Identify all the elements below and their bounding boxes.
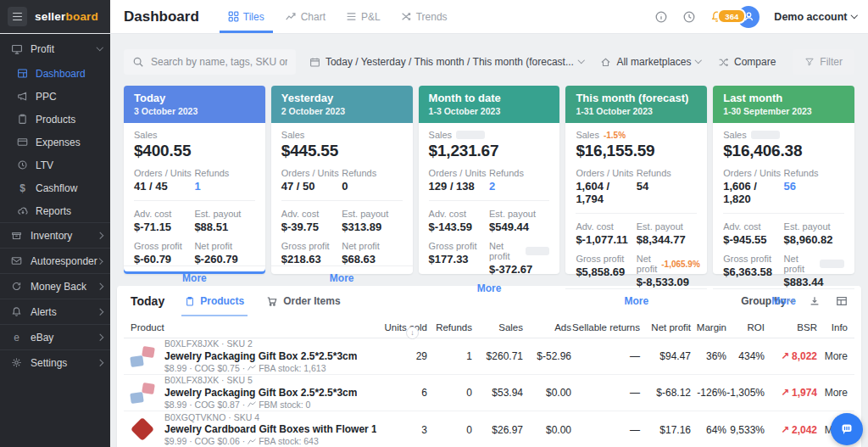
col-bsr[interactable]: BSR: [765, 322, 817, 332]
row-more-link[interactable]: More: [817, 350, 848, 362]
more-link[interactable]: More: [713, 288, 854, 314]
compare-icon: [718, 57, 729, 68]
more-link[interactable]: More: [124, 265, 265, 291]
more-link[interactable]: More: [271, 265, 413, 291]
sparkline-icon: [248, 365, 256, 372]
trend-up-icon: ↗: [781, 424, 789, 436]
bell-icon: [10, 306, 23, 317]
chart-line-icon: [285, 11, 297, 22]
sidebar-item-cashflow[interactable]: $ Cashflow: [0, 176, 110, 199]
col-refunds[interactable]: Refunds: [427, 322, 472, 332]
col-sales[interactable]: Sales: [472, 322, 523, 332]
col-product[interactable]: Product: [131, 322, 376, 332]
compare-button[interactable]: Compare: [718, 56, 776, 68]
card-yesterday[interactable]: Yesterday 2 October 2023 Sales$445.55 Or…: [271, 86, 413, 274]
ebay-icon: e: [10, 332, 23, 344]
chat-widget-button[interactable]: [831, 413, 863, 445]
card-header: Last month 1-30 September 2023: [713, 86, 854, 123]
filter-button[interactable]: Filter: [793, 49, 854, 75]
col-ads[interactable]: Ads: [523, 322, 571, 332]
tab-chart[interactable]: Chart: [276, 0, 334, 33]
tab-trends[interactable]: Trends: [392, 0, 456, 33]
sidebar-item-autoresponder[interactable]: Autoresponder: [0, 248, 110, 273]
sidebar-item-ebay[interactable]: e eBay: [0, 324, 110, 349]
brand-bar: sellerboard: [0, 0, 110, 33]
home-icon: [600, 57, 611, 68]
page-title: Dashboard: [124, 8, 199, 25]
table-row[interactable]: B0XLFX8JXK · SKU 5 Jewelry Packaging Gif…: [124, 375, 854, 411]
sellerboard-logo[interactable]: sellerboard: [35, 10, 98, 23]
calendar-icon: [309, 57, 320, 68]
account-menu[interactable]: Demo account: [774, 11, 856, 23]
sidebar-item-profit[interactable]: Profit: [0, 36, 110, 62]
col-net-profit[interactable]: Net profit: [640, 322, 691, 332]
more-link[interactable]: More: [419, 276, 560, 301]
table-row[interactable]: B0XGQTVKNO · SKU 4 Jewelry Cardboard Gif…: [124, 411, 854, 447]
tab-pnl[interactable]: P&L: [337, 0, 389, 33]
tiles-icon: [228, 11, 239, 22]
sort-descending-icon[interactable]: ↓: [406, 327, 419, 339]
sidebar-item-settings[interactable]: Settings: [0, 349, 110, 375]
sparkline-icon: [248, 401, 256, 408]
notifications-bell-icon[interactable]: 364: [710, 10, 723, 23]
main-content: Today / Yesterday / This month / This mo…: [110, 34, 868, 447]
date-range-selector[interactable]: Today / Yesterday / This month / This mo…: [309, 56, 584, 68]
refresh-icon: [10, 281, 23, 292]
refunds-link[interactable]: 1: [194, 180, 254, 193]
product-image: [131, 418, 156, 442]
history-clock-icon[interactable]: [682, 10, 696, 24]
tab-tiles[interactable]: Tiles: [220, 0, 273, 33]
sidebar-item-dashboard[interactable]: Dashboard: [0, 62, 110, 85]
gear-icon: [10, 357, 23, 368]
sidebar-item-ppc[interactable]: PPC: [0, 85, 110, 108]
sales-value: $400.55: [134, 142, 255, 160]
card-this-month-forecast[interactable]: This month (forecast) 1-31 October 2023 …: [565, 86, 707, 274]
sidebar-item-reports[interactable]: Reports: [0, 199, 110, 222]
search-input[interactable]: [151, 56, 287, 68]
envelope-icon: [10, 255, 23, 266]
bsr-value[interactable]: ↗8,022: [765, 350, 817, 362]
chevron-right-icon: [96, 283, 103, 290]
info-icon[interactable]: [654, 10, 668, 24]
notifications-count-badge: 364: [717, 8, 746, 24]
monitor-icon: [10, 43, 23, 55]
sidebar-item-inventory[interactable]: Inventory: [0, 222, 110, 248]
col-units-sold[interactable]: Units sold↓: [376, 322, 427, 332]
col-roi[interactable]: ROI: [726, 322, 765, 332]
more-link[interactable]: More: [565, 288, 707, 314]
sidebar-item-money-back[interactable]: Money Back: [0, 273, 110, 299]
col-info[interactable]: Info: [817, 322, 848, 332]
sparkline-icon: [248, 439, 256, 445]
card-today[interactable]: Today 3 October 2023 Sales$400.55 Orders…: [124, 86, 265, 274]
sidebar-item-alerts[interactable]: Alerts: [0, 299, 110, 324]
col-margin[interactable]: Margin: [691, 322, 726, 332]
row-more-link[interactable]: More: [817, 387, 848, 399]
chevron-right-icon: [96, 232, 103, 239]
chevron-down-icon: [96, 44, 103, 51]
sidebar-item-ltv[interactable]: LTV: [0, 154, 110, 176]
table-row[interactable]: B0XLFX8JXK · SKU 2 Jewelry Packaging Gif…: [124, 338, 854, 375]
funnel-icon: [804, 57, 815, 67]
bsr-value[interactable]: ↗2,042: [765, 424, 817, 436]
hidden-badge: [751, 131, 780, 139]
col-sellable-returns[interactable]: Sellable returns: [571, 322, 640, 332]
chevron-right-icon: [96, 360, 103, 366]
search-icon: [132, 56, 144, 68]
search-box[interactable]: [124, 49, 296, 75]
refunds-link[interactable]: 2: [489, 180, 549, 193]
refunds-link[interactable]: 56: [784, 180, 844, 193]
chevron-down-icon: [695, 57, 702, 64]
card-month-to-date[interactable]: Month to date 1-3 October 2023 Sales$1,2…: [419, 86, 560, 274]
card-last-month[interactable]: Last month 1-30 September 2023 Sales$16,…: [713, 86, 854, 274]
dollar-icon: $: [16, 182, 29, 194]
clipboard-icon: [185, 296, 195, 307]
trend-up-icon: ↗: [781, 387, 789, 399]
bsr-value[interactable]: ↗1,974: [765, 387, 817, 399]
trend-up-icon: ↗: [781, 350, 789, 362]
chevron-down-icon: [850, 12, 857, 19]
sidebar-item-products[interactable]: Products: [0, 108, 110, 131]
header-tabs: Tiles Chart P&L Trends: [220, 0, 456, 33]
hamburger-menu-icon[interactable]: [8, 7, 27, 26]
marketplace-selector[interactable]: All marketplaces: [600, 56, 701, 68]
sidebar-item-expenses[interactable]: Expenses: [0, 131, 110, 154]
